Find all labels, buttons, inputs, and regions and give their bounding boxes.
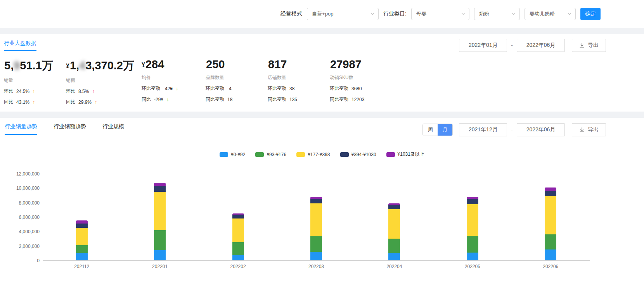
trend-arrow: ↑: [95, 99, 97, 105]
tab-sales-amount-trend[interactable]: 行业销额趋势: [54, 123, 86, 135]
stat-brand-count: 250 品牌数量 环比变动-4 同比变动18: [206, 58, 268, 105]
overview-title-tab[interactable]: 行业大盘数据: [4, 40, 36, 51]
bar-segment: [76, 245, 88, 253]
stat-value: ¥284: [142, 58, 206, 71]
kpi-row: 5,951.1万 销量 环比24.5%↑ 同比43.1%↑ ¥1,43,370.…: [4, 58, 606, 105]
trend-arrow: ↓: [176, 86, 178, 91]
overview-export-button[interactable]: 导出: [572, 39, 606, 52]
period-month-button[interactable]: 月: [438, 124, 452, 136]
bar-slot: [199, 174, 277, 260]
stat-metric-yoy: 同比变动18: [206, 96, 268, 103]
bar-segment: [154, 230, 166, 250]
y-tick-label: 0: [37, 258, 40, 263]
overview-section: 行业大盘数据 2022年01月 - 2022年06月 导出 5,951.1万 销…: [0, 34, 644, 112]
bar-202205: [467, 197, 478, 260]
bar-slot: [43, 174, 121, 260]
bar-segment: [154, 183, 166, 186]
bar-segment: [76, 220, 88, 224]
subcategory-value: 奶粉: [479, 10, 489, 17]
trend-export-button[interactable]: 导出: [572, 123, 606, 136]
x-tick-label: 202203: [277, 264, 355, 269]
stat-label: 销量: [4, 77, 66, 84]
legend-item[interactable]: ¥177-¥393: [296, 151, 330, 158]
bar-segment: [545, 234, 556, 249]
bar-segment: [545, 249, 556, 260]
stat-sales-amount: ¥1,43,370.2万 销额 环比8.5%↑ 同比29.9%↑: [66, 58, 142, 105]
period-week-button[interactable]: 周: [423, 124, 438, 136]
overview-start-date-picker[interactable]: 2022年01月: [459, 39, 507, 52]
trend-arrow: ↑: [33, 99, 35, 105]
export-label: 导出: [588, 42, 599, 49]
business-mode-select[interactable]: 自营+pop: [307, 8, 379, 20]
stat-metric-yoy: 同比29.9%↑: [66, 99, 142, 105]
category-label: 行业类目:: [383, 10, 407, 17]
legend-swatch: [340, 152, 349, 157]
bar-segment: [388, 253, 400, 260]
y-tick-label: 12,000,000: [16, 171, 40, 177]
bar-segment: [232, 255, 244, 260]
chart-plot-area: 2021122022012022022022032022042022052022…: [43, 174, 590, 269]
bar-segment: [388, 239, 400, 253]
y-tick-label: 2,000,000: [19, 244, 40, 249]
bar-segment: [467, 204, 478, 236]
trend-arrow: ↓: [166, 96, 169, 102]
legend-swatch: [255, 152, 264, 157]
trend-start-date-picker[interactable]: 2021年12月: [459, 123, 507, 136]
chevron-down-icon: [370, 12, 374, 16]
bar-segment: [76, 253, 88, 260]
stat-shop-count: 817 店铺数量 环比变动38 同比变动135: [268, 58, 330, 105]
stat-value: ¥1,43,370.2万: [66, 58, 142, 74]
x-tick-label: 202205: [433, 264, 511, 269]
stat-value: 817: [268, 58, 330, 71]
download-icon: [579, 43, 585, 48]
legend-item[interactable]: ¥93-¥176: [255, 151, 286, 158]
x-axis: 2021122022012022022022032022042022052022…: [43, 264, 590, 269]
legend-item[interactable]: ¥1031及以上: [386, 151, 424, 158]
category-value: 母婴: [416, 10, 426, 17]
legend-swatch: [386, 152, 395, 157]
stat-value: 5,951.1万: [4, 58, 66, 74]
bar-202204: [388, 203, 400, 260]
y-tick-label: 10,000,000: [16, 186, 40, 191]
legend-swatch: [220, 152, 228, 157]
leaf-category-select[interactable]: 婴幼儿奶粉: [525, 8, 576, 20]
trends-section: 行业销量趋势 行业销额趋势 行业规模 周 月 2021年12月 - 2022年0…: [0, 118, 644, 289]
trend-arrow: ↑: [33, 88, 35, 94]
stat-metric-yoy: 同比变动12203: [330, 96, 415, 103]
chevron-down-icon: [512, 12, 516, 16]
bar-segment: [467, 199, 478, 204]
business-mode-value: 自营+pop: [312, 10, 333, 17]
bar-segment: [388, 209, 400, 239]
confirm-button[interactable]: 确定: [580, 8, 601, 20]
bar-segment: [310, 236, 322, 251]
bar-segment: [76, 224, 88, 228]
x-tick-label: 202206: [512, 264, 590, 269]
stat-label: 动销SKU数: [330, 74, 415, 81]
x-tick-label: 202202: [199, 264, 277, 269]
bar-segment: [545, 196, 556, 234]
bar-segment: [310, 203, 322, 237]
trend-end-date-picker[interactable]: 2022年06月: [517, 123, 565, 136]
overview-end-date-picker[interactable]: 2022年06月: [517, 39, 565, 52]
stat-metric-yoy: 同比变动135: [268, 96, 330, 103]
filter-bar: 经营模式 自营+pop 行业类目: 母婴 奶粉 婴幼儿奶粉 确定: [0, 0, 644, 28]
bar-slot: [121, 174, 199, 260]
subcategory-select[interactable]: 奶粉: [474, 8, 520, 20]
tab-sales-volume-trend[interactable]: 行业销量趋势: [5, 123, 37, 135]
bar-segment: [545, 188, 556, 191]
category-select[interactable]: 母婴: [411, 8, 469, 20]
y-tick-label: 4,000,000: [19, 229, 40, 234]
bar-segment: [154, 192, 166, 230]
y-axis: 12,000,00010,000,0008,000,0006,000,0004,…: [0, 174, 43, 261]
tab-industry-scale[interactable]: 行业规模: [102, 123, 124, 135]
legend-item[interactable]: ¥394-¥1030: [340, 151, 376, 158]
legend-item[interactable]: ¥0-¥92: [220, 151, 245, 158]
bar-segment: [232, 242, 244, 255]
legend-label: ¥394-¥1030: [351, 152, 376, 157]
trend-tabs: 行业销量趋势 行业销额趋势 行业规模: [5, 123, 124, 135]
y-tick-label: 6,000,000: [19, 215, 40, 220]
bar-segment: [310, 199, 322, 203]
bar-202203: [310, 197, 322, 260]
legend-label: ¥1031及以上: [398, 151, 424, 158]
x-tick-label: 202204: [355, 264, 433, 269]
